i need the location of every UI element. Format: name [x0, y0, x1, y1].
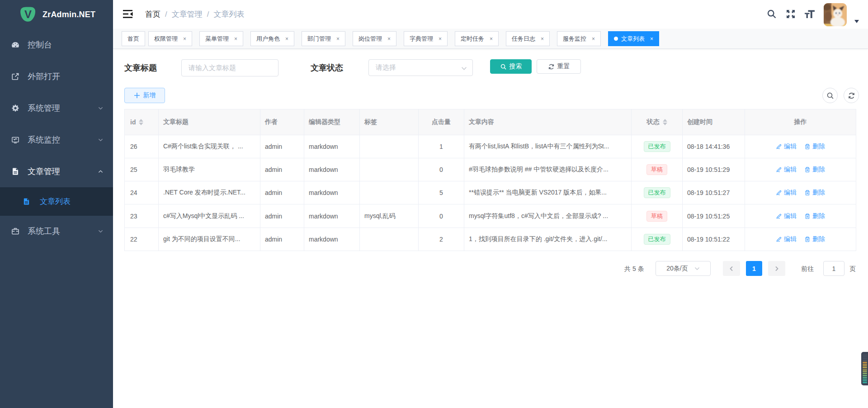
svg-text:V: V: [24, 8, 32, 20]
